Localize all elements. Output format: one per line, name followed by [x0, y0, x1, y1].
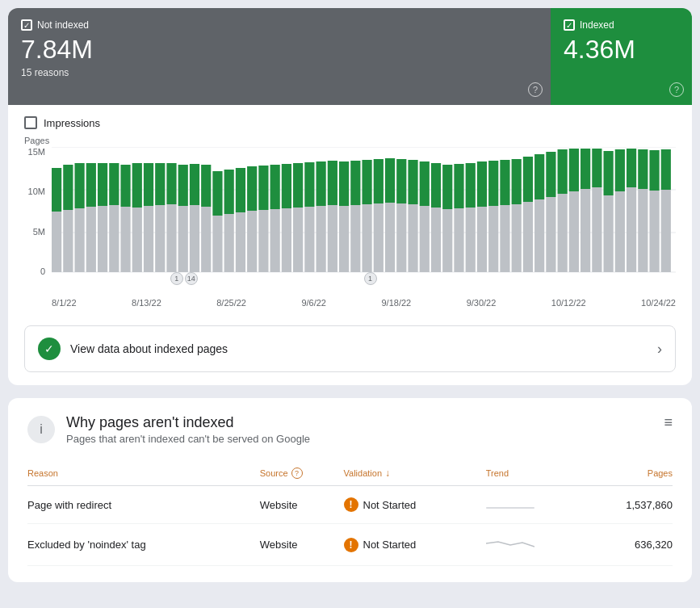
svg-rect-86	[374, 159, 384, 203]
svg-rect-77	[270, 165, 280, 209]
svg-rect-72	[212, 171, 222, 216]
svg-rect-57	[661, 190, 671, 272]
svg-rect-15	[178, 206, 188, 272]
row2-pages: 636,320	[581, 524, 673, 566]
th-reason: Reason	[27, 461, 260, 486]
not-indexed-header: Not indexed	[21, 19, 538, 31]
x-label-5: 9/30/22	[467, 298, 497, 308]
svg-rect-67	[155, 163, 165, 205]
index-status-card: Not indexed 7.84M 15 reasons ? Indexed 4…	[8, 8, 692, 385]
row1-validation: ! Not Started	[344, 486, 486, 524]
svg-rect-22	[258, 210, 268, 272]
svg-rect-41	[477, 207, 487, 272]
svg-rect-35	[408, 204, 417, 272]
view-data-left: ✓ View data about indexed pages	[38, 338, 228, 360]
y-low: 5M	[24, 227, 45, 237]
not-started-icon-1: !	[344, 497, 358, 512]
svg-rect-79	[293, 163, 303, 208]
svg-rect-14	[166, 204, 176, 272]
validation-sort-icon[interactable]: ↓	[385, 468, 390, 479]
not-indexed-label: Not indexed	[37, 19, 89, 31]
x-label-0: 8/1/22	[52, 298, 77, 308]
x-label-4: 9/18/22	[381, 298, 411, 308]
svg-rect-54	[627, 187, 636, 272]
svg-rect-63	[109, 163, 119, 205]
view-data-text: View data about indexed pages	[70, 342, 228, 355]
svg-rect-110	[649, 150, 659, 191]
svg-rect-66	[144, 163, 153, 206]
svg-rect-97	[500, 160, 509, 205]
svg-rect-85	[362, 160, 371, 204]
info-icon: i	[27, 416, 55, 443]
svg-rect-20	[236, 212, 245, 272]
svg-rect-45	[523, 202, 533, 272]
why-header-left: i Why pages aren't indexed Pages that ar…	[27, 414, 310, 445]
svg-rect-81	[316, 161, 326, 206]
svg-rect-17	[201, 207, 211, 272]
row1-pages: 1,537,860	[581, 486, 673, 524]
svg-rect-53	[615, 191, 625, 272]
svg-rect-69	[178, 165, 188, 206]
svg-rect-61	[86, 163, 96, 207]
indexed-help-icon[interactable]: ?	[669, 82, 684, 97]
svg-rect-88	[396, 159, 406, 203]
indexed-label: Indexed	[580, 19, 614, 31]
annotation-group-1: 1 14	[170, 272, 198, 285]
not-started-icon-2: !	[344, 538, 358, 552]
x-label-1: 8/13/22	[132, 298, 161, 308]
annotation-1[interactable]: 1	[170, 272, 183, 285]
svg-rect-23	[270, 209, 280, 272]
x-label-6: 10/12/22	[551, 298, 586, 308]
svg-rect-84	[350, 161, 360, 205]
view-data-link[interactable]: ✓ View data about indexed pages ›	[24, 325, 676, 372]
why-card: i Why pages aren't indexed Pages that ar…	[8, 398, 692, 582]
annotation-group-2: 1	[364, 272, 377, 285]
trend-line-1	[486, 507, 534, 509]
svg-rect-26	[304, 207, 314, 272]
filter-icon[interactable]: ≡	[664, 414, 673, 431]
stats-row: Not indexed 7.84M 15 reasons ? Indexed 4…	[8, 8, 692, 105]
th-validation: Validation ↓	[344, 461, 486, 486]
annotation-2[interactable]: 14	[185, 272, 198, 285]
table-row: Page with redirect Website ! Not Started…	[27, 486, 673, 524]
indexed-checkbox[interactable]	[564, 19, 575, 31]
impressions-checkbox[interactable]	[24, 116, 37, 129]
svg-rect-30	[350, 205, 360, 272]
svg-rect-99	[523, 157, 533, 202]
svg-rect-49	[569, 191, 579, 272]
source-help-icon[interactable]: ?	[291, 468, 303, 479]
svg-rect-78	[282, 164, 291, 208]
annotation-3[interactable]: 1	[364, 272, 377, 285]
th-trend: Trend	[486, 461, 581, 486]
table-body: Page with redirect Website ! Not Started…	[27, 486, 673, 566]
svg-rect-44	[512, 204, 522, 272]
chevron-right-icon: ›	[657, 341, 662, 358]
svg-rect-96	[488, 161, 498, 206]
row2-source: Website	[260, 524, 344, 566]
svg-rect-52	[603, 195, 613, 272]
svg-rect-42	[488, 206, 498, 272]
indexed-value: 4.36M	[564, 36, 679, 64]
svg-rect-34	[396, 203, 406, 272]
svg-rect-106	[603, 151, 613, 195]
header-row: Reason Source ? Validation ↓ Trend	[27, 461, 673, 486]
svg-rect-24	[282, 208, 291, 272]
why-subtitle: Pages that aren't indexed can't be serve…	[66, 433, 310, 445]
svg-rect-74	[236, 168, 245, 212]
svg-rect-8	[98, 206, 107, 272]
svg-rect-31	[362, 204, 371, 272]
svg-rect-36	[420, 206, 430, 272]
impressions-row: Impressions	[8, 105, 692, 136]
svg-rect-29	[339, 206, 349, 272]
svg-rect-32	[374, 203, 384, 272]
not-indexed-checkbox[interactable]	[21, 19, 32, 31]
not-indexed-value: 7.84M	[21, 36, 538, 64]
svg-rect-95	[477, 161, 487, 207]
row2-validation-text: Not Started	[363, 539, 417, 551]
chart-y-label: Pages	[24, 136, 676, 145]
svg-rect-64	[120, 165, 130, 207]
not-indexed-help-icon[interactable]: ?	[528, 82, 543, 97]
svg-rect-18	[212, 216, 222, 272]
svg-rect-71	[201, 165, 211, 207]
row1-validation-text: Not Started	[363, 499, 417, 511]
